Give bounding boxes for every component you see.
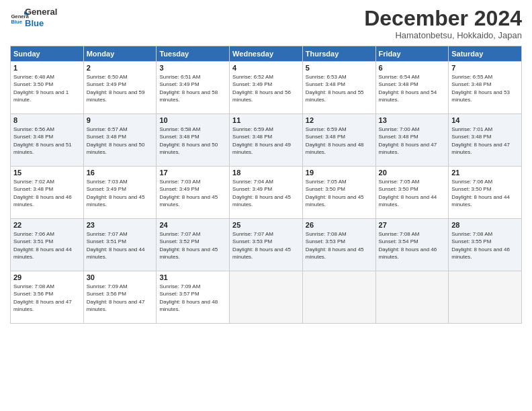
day-number: 18 — [232, 169, 300, 177]
calendar-cell: 6Sunrise: 6:54 AMSunset: 3:48 PMDaylight… — [375, 62, 449, 114]
day-number: 14 — [451, 116, 519, 124]
calendar-cell: 25Sunrise: 7:07 AMSunset: 3:53 PMDayligh… — [230, 219, 303, 271]
logo: General Blue General Blue — [10, 7, 57, 30]
col-header-thursday: Thursday — [302, 46, 375, 62]
cell-info: Sunrise: 7:05 AMSunset: 3:50 PMDaylight:… — [306, 179, 364, 208]
page-container: General Blue General Blue December 2024 … — [0, 0, 532, 330]
calendar-cell: 4Sunrise: 6:52 AMSunset: 3:49 PMDaylight… — [230, 62, 303, 114]
day-number: 10 — [159, 116, 226, 124]
calendar-cell: 14Sunrise: 7:01 AMSunset: 3:48 PMDayligh… — [449, 114, 522, 167]
week-row-1: 1Sunrise: 6:48 AMSunset: 3:50 PMDaylight… — [11, 62, 522, 114]
cell-info: Sunrise: 7:02 AMSunset: 3:48 PMDaylight:… — [13, 179, 72, 208]
col-header-sunday: Sunday — [11, 46, 84, 62]
svg-text:Blue: Blue — [11, 19, 22, 25]
cell-info: Sunrise: 6:55 AMSunset: 3:48 PMDaylight:… — [451, 74, 510, 103]
calendar-cell: 29Sunrise: 7:08 AMSunset: 3:56 PMDayligh… — [11, 271, 84, 324]
title-area: December 2024 Hamatonbetsu, Hokkaido, Ja… — [364, 7, 522, 40]
day-number: 19 — [306, 169, 373, 177]
calendar-cell: 8Sunrise: 6:56 AMSunset: 3:48 PMDaylight… — [11, 114, 84, 167]
calendar-cell: 13Sunrise: 7:00 AMSunset: 3:48 PMDayligh… — [375, 114, 449, 167]
cell-info: Sunrise: 6:50 AMSunset: 3:49 PMDaylight:… — [87, 74, 145, 103]
calendar-cell: 24Sunrise: 7:07 AMSunset: 3:52 PMDayligh… — [157, 219, 230, 271]
cell-info: Sunrise: 7:06 AMSunset: 3:50 PMDaylight:… — [451, 179, 510, 208]
calendar-cell: 17Sunrise: 7:03 AMSunset: 3:49 PMDayligh… — [157, 167, 230, 219]
calendar-cell: 27Sunrise: 7:08 AMSunset: 3:54 PMDayligh… — [375, 219, 449, 271]
calendar-cell: 7Sunrise: 6:55 AMSunset: 3:48 PMDaylight… — [449, 62, 522, 114]
calendar-cell: 15Sunrise: 7:02 AMSunset: 3:48 PMDayligh… — [11, 167, 84, 219]
cell-info: Sunrise: 7:00 AMSunset: 3:48 PMDaylight:… — [379, 126, 437, 155]
calendar-cell: 18Sunrise: 7:04 AMSunset: 3:49 PMDayligh… — [230, 167, 303, 219]
calendar-table: SundayMondayTuesdayWednesdayThursdayFrid… — [10, 46, 522, 324]
cell-info: Sunrise: 6:54 AMSunset: 3:48 PMDaylight:… — [379, 74, 437, 103]
day-number: 1 — [13, 64, 81, 72]
calendar-cell: 28Sunrise: 7:08 AMSunset: 3:55 PMDayligh… — [449, 219, 522, 271]
col-header-friday: Friday — [375, 46, 449, 62]
cell-info: Sunrise: 7:07 AMSunset: 3:52 PMDaylight:… — [159, 231, 218, 260]
day-number: 2 — [87, 64, 154, 72]
cell-info: Sunrise: 7:08 AMSunset: 3:54 PMDaylight:… — [379, 231, 437, 260]
day-number: 31 — [159, 273, 226, 281]
day-number: 21 — [451, 169, 519, 177]
calendar-cell: 10Sunrise: 6:58 AMSunset: 3:48 PMDayligh… — [157, 114, 230, 167]
cell-info: Sunrise: 6:51 AMSunset: 3:49 PMDaylight:… — [159, 74, 218, 103]
day-number: 28 — [451, 221, 519, 229]
location: Hamatonbetsu, Hokkaido, Japan — [364, 30, 522, 40]
month-title: December 2024 — [364, 7, 522, 30]
week-row-2: 8Sunrise: 6:56 AMSunset: 3:48 PMDaylight… — [11, 114, 522, 167]
calendar-cell: 21Sunrise: 7:06 AMSunset: 3:50 PMDayligh… — [449, 167, 522, 219]
day-number: 15 — [13, 169, 81, 177]
logo-text-general: General — [25, 7, 57, 18]
calendar-cell: 11Sunrise: 6:59 AMSunset: 3:48 PMDayligh… — [230, 114, 303, 167]
cell-info: Sunrise: 6:59 AMSunset: 3:48 PMDaylight:… — [306, 126, 364, 155]
calendar-cell: 26Sunrise: 7:08 AMSunset: 3:53 PMDayligh… — [302, 219, 375, 271]
cell-info: Sunrise: 7:06 AMSunset: 3:51 PMDaylight:… — [13, 231, 72, 260]
day-number: 17 — [159, 169, 226, 177]
calendar-cell: 2Sunrise: 6:50 AMSunset: 3:49 PMDaylight… — [83, 62, 157, 114]
cell-info: Sunrise: 7:05 AMSunset: 3:50 PMDaylight:… — [379, 179, 437, 208]
cell-info: Sunrise: 6:58 AMSunset: 3:48 PMDaylight:… — [159, 126, 218, 155]
day-number: 13 — [379, 116, 446, 124]
cell-info: Sunrise: 7:08 AMSunset: 3:53 PMDaylight:… — [306, 231, 364, 260]
day-number: 24 — [159, 221, 226, 229]
day-number: 12 — [306, 116, 373, 124]
calendar-cell: 20Sunrise: 7:05 AMSunset: 3:50 PMDayligh… — [375, 167, 449, 219]
cell-info: Sunrise: 6:56 AMSunset: 3:48 PMDaylight:… — [13, 126, 72, 155]
day-number: 22 — [13, 221, 81, 229]
cell-info: Sunrise: 7:01 AMSunset: 3:48 PMDaylight:… — [451, 126, 510, 155]
cell-info: Sunrise: 7:08 AMSunset: 3:56 PMDaylight:… — [13, 283, 72, 312]
calendar-cell: 16Sunrise: 7:03 AMSunset: 3:49 PMDayligh… — [83, 167, 157, 219]
calendar-cell: 30Sunrise: 7:09 AMSunset: 3:56 PMDayligh… — [83, 271, 157, 324]
day-number: 30 — [87, 273, 154, 281]
cell-info: Sunrise: 7:07 AMSunset: 3:53 PMDaylight:… — [232, 231, 291, 260]
day-number: 26 — [306, 221, 373, 229]
calendar-cell: 31Sunrise: 7:09 AMSunset: 3:57 PMDayligh… — [157, 271, 230, 324]
day-number: 3 — [159, 64, 226, 72]
calendar-cell: 22Sunrise: 7:06 AMSunset: 3:51 PMDayligh… — [11, 219, 84, 271]
cell-info: Sunrise: 7:03 AMSunset: 3:49 PMDaylight:… — [87, 179, 145, 208]
calendar-cell — [449, 271, 522, 324]
calendar-cell: 3Sunrise: 6:51 AMSunset: 3:49 PMDaylight… — [157, 62, 230, 114]
calendar-body: 1Sunrise: 6:48 AMSunset: 3:50 PMDaylight… — [11, 62, 522, 324]
cell-info: Sunrise: 7:07 AMSunset: 3:51 PMDaylight:… — [87, 231, 145, 260]
day-number: 29 — [13, 273, 81, 281]
day-number: 7 — [451, 64, 519, 72]
day-number: 4 — [232, 64, 300, 72]
week-row-5: 29Sunrise: 7:08 AMSunset: 3:56 PMDayligh… — [11, 271, 522, 324]
cell-info: Sunrise: 6:53 AMSunset: 3:48 PMDaylight:… — [306, 74, 364, 103]
day-number: 23 — [87, 221, 154, 229]
calendar-cell: 5Sunrise: 6:53 AMSunset: 3:48 PMDaylight… — [302, 62, 375, 114]
cell-info: Sunrise: 7:08 AMSunset: 3:55 PMDaylight:… — [451, 231, 510, 260]
day-number: 8 — [13, 116, 81, 124]
calendar-cell — [375, 271, 449, 324]
day-number: 27 — [379, 221, 446, 229]
logo-text-blue: Blue — [25, 18, 57, 30]
cell-info: Sunrise: 7:09 AMSunset: 3:56 PMDaylight:… — [87, 283, 145, 312]
calendar-cell — [230, 271, 303, 324]
calendar-cell — [302, 271, 375, 324]
week-row-3: 15Sunrise: 7:02 AMSunset: 3:48 PMDayligh… — [11, 167, 522, 219]
calendar-header: SundayMondayTuesdayWednesdayThursdayFrid… — [11, 46, 522, 62]
week-row-4: 22Sunrise: 7:06 AMSunset: 3:51 PMDayligh… — [11, 219, 522, 271]
col-header-saturday: Saturday — [449, 46, 522, 62]
cell-info: Sunrise: 6:52 AMSunset: 3:49 PMDaylight:… — [232, 74, 291, 103]
day-number: 6 — [379, 64, 446, 72]
